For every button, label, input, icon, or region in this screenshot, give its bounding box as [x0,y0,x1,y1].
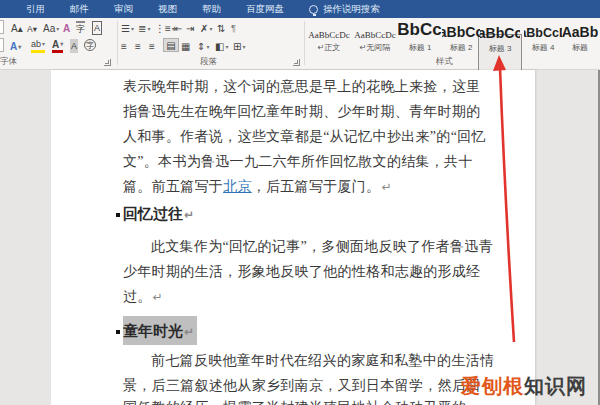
chevron-down-icon: ▾ [18,43,21,50]
style-label: 标题 1 [398,42,442,53]
body-line: 文”。本书为鲁迅一九二六年所作回忆散文的结集，共十 [123,153,473,171]
numbering-button[interactable]: ≣▾ [138,21,150,35]
watermark: 爱刨根知识网 [461,373,587,400]
style-heading-5[interactable]: AaBb 标题 [562,18,598,54]
body-line: 景，后三篇叙述他从家乡到南京，又到日本留学，然后回 [123,377,481,395]
tell-me-search[interactable]: 操作说明搜索 [309,3,380,16]
style-label: 标题 3 [480,43,520,54]
grow-font-button[interactable]: A▴ [11,21,23,35]
body-line: 人和事。作者说，这些文章都是“从记忆中抄出来”的“回忆 [123,128,486,146]
style-preview: AaBbCcDc [352,18,398,40]
line-spacing-button[interactable]: ⇕▾ [197,39,209,53]
paragraph-mark: ↵ [381,180,391,194]
beijing-link[interactable]: 北京 [223,179,252,194]
group-divider [117,21,118,65]
pinyin-guide-button[interactable]: 字 [76,21,85,35]
show-formatting-marks-button[interactable]: ¶ [231,21,236,35]
document-area[interactable]: 表示晚年时期，这个词的意思是早上的花晚上来捡，这里 指鲁迅先生在晚年回忆童年时期… [0,70,600,405]
distributed-button[interactable]: ▦ [181,39,190,53]
bullets-button[interactable]: ☰▾ [121,21,134,35]
font-group-label: 字体 [0,56,17,68]
chevron-down-icon: ▾ [42,40,45,49]
paragraph-group-label: 段落 [200,56,217,68]
heading-1: 回忆过往↵ [123,205,194,224]
font-dialog-launcher[interactable] [104,59,111,66]
ribbon-tab-bar: 引用 邮件 审阅 视图 帮助 百度网盘 操作说明搜索 [0,0,600,18]
ribbon: A▴ A▾ Aa▾ A 字 A A▾ ab▾ A▾ A 字 字体 ☰▾ ≣▾ ⋮… [0,18,600,70]
style-preview: AaBbCcD [442,18,480,40]
watermark-suffix: 知识网 [524,375,587,397]
tab-help[interactable]: 帮助 [202,3,221,16]
enclose-characters-button[interactable]: 字 [84,39,96,51]
body-line: 篇。前五篇写于北京，后五篇写于厦门。↵ [123,178,392,196]
tab-view[interactable]: 视图 [158,3,177,16]
paragraph-mark: ↵ [184,325,194,339]
style-label: 标题 2 [442,42,480,53]
body-text: ，后五篇写于厦门。 [252,179,381,194]
style-heading-3[interactable]: AaBbCcD 标题 3 [480,19,520,55]
sort-button[interactable]: ⇅ [217,21,225,35]
style-heading-1[interactable]: AaBbCcDd 标题 1 [398,18,442,54]
style-preview: AaBbCcDc [306,18,352,40]
clear-format-button[interactable]: A [63,21,70,35]
lightbulb-icon [309,5,318,14]
style-label: 标题 4 [524,42,562,53]
font-color-button[interactable]: A▾ [52,39,63,53]
body-line: 少年时期的生活，形象地反映了他的性格和志趣的形成经 [123,263,481,281]
paragraph-dialog-launcher[interactable] [293,59,300,66]
heading-2-selected: 童年时光↵ [123,322,197,341]
body-line: 过。↵ [123,288,163,306]
tell-me-label: 操作说明搜索 [323,3,380,16]
chevron-down-icon: ▾ [60,40,63,49]
style-preview: AaBb [562,18,598,40]
align-left-button[interactable]: ≡ [121,39,127,53]
style-label: 标题 [562,42,598,53]
align-right-button[interactable]: ≡ [149,39,155,53]
selection-highlight: 童年时光↵ [123,316,197,345]
body-text: 篇。前五篇写于 [123,179,223,194]
tab-references[interactable]: 引用 [26,3,45,16]
character-shading-button[interactable]: A [70,39,78,53]
justify-button[interactable]: ▤ [163,38,179,52]
styles-group-label: 样式 [436,56,453,68]
word-window: 引用 邮件 审阅 视图 帮助 百度网盘 操作说明搜索 A▴ A▾ Aa▾ A 字… [0,0,600,405]
multilevel-list-button[interactable]: ⋮≡▾ [155,21,175,35]
style-label: ↵无间隔 [352,42,398,53]
style-label: ↵正文 [306,42,352,53]
borders-button[interactable]: ⊞▾ [233,39,245,53]
shading-button[interactable]: ◧▾ [215,39,228,53]
style-preview: AaBbCcD [480,19,520,41]
paragraph-mark: ↵ [184,208,194,222]
highlight-color-button[interactable]: ab▾ [31,39,45,53]
body-line: 表示晚年时期，这个词的意思是早上的花晚上来捡，这里 [123,78,481,96]
style-preview: AaBbCcDd [398,18,442,40]
font-size-box-partial[interactable] [0,20,4,34]
body-line-clipped: 国任教的经历；揭露了半封建半殖民地社会种种丑恶的 [123,399,466,405]
text-effects-button[interactable]: A▾ [10,39,21,53]
chevron-down-icon: ▾ [56,25,59,32]
align-center-button[interactable]: ≡ [135,39,141,53]
decrease-indent-button[interactable]: ⇤ [174,21,182,35]
style-no-spacing[interactable]: AaBbCcDc ↵无间隔 [352,18,398,54]
body-line: 前七篇反映他童年时代在绍兴的家庭和私塾中的生活情 [151,352,494,370]
watermark-brand: 爱刨根 [461,375,524,397]
tab-review[interactable]: 审阅 [114,3,133,16]
style-heading-4[interactable]: AaBbCcDd 标题 4 [524,18,562,54]
heading-bullet [116,330,120,334]
group-divider [304,21,305,65]
shrink-font-button[interactable]: A▾ [27,22,37,36]
tab-baidu-netdisk[interactable]: 百度网盘 [246,3,284,16]
character-border-button[interactable]: A [92,21,102,35]
style-preview: AaBbCcDd [524,18,562,40]
paragraph-mark: ↵ [153,290,163,304]
left-cut-control[interactable] [0,38,4,52]
body-line: 此文集作为“回忆的记事”，多侧面地反映了作者鲁迅青 [151,238,493,256]
body-line: 指鲁迅先生在晚年回忆童年时期、少年时期、青年时期的 [123,103,481,121]
increase-indent-button[interactable]: ⇥ [186,21,194,35]
asian-layout-button[interactable]: ✗▾ [200,21,212,35]
style-normal[interactable]: AaBbCcDc ↵正文 [306,18,352,54]
tab-mailings[interactable]: 邮件 [70,3,89,16]
style-heading-2[interactable]: AaBbCcD 标题 2 [442,18,480,54]
heading-bullet [116,213,120,217]
change-case-button[interactable]: Aa▾ [43,21,59,35]
